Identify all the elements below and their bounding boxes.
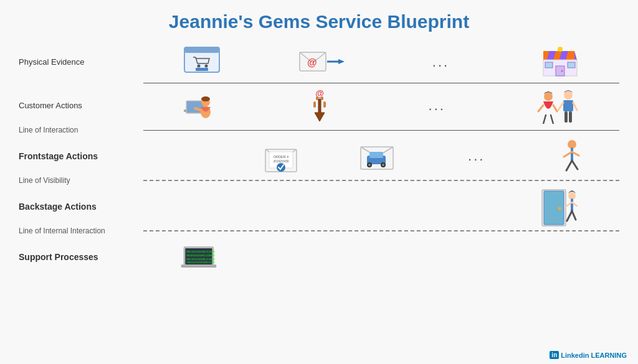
support-empty-3 [416, 240, 466, 274]
people-icon [530, 88, 586, 123]
frontstage-dots: ... [452, 139, 502, 173]
computer-binary-icon: 001101010100111000 001010101001110000 00… [178, 240, 228, 274]
svg-rect-21 [568, 62, 575, 68]
svg-rect-20 [545, 62, 553, 68]
svg-line-62 [572, 161, 578, 169]
support-processes-content: 001101010100111000 001010101001110000 00… [143, 238, 619, 275]
svg-rect-32 [313, 101, 316, 108]
svg-text:@: @ [307, 57, 317, 68]
svg-point-3 [197, 64, 200, 67]
svg-line-71 [572, 211, 576, 220]
backstage-actions-row: Backstage Actions [19, 185, 619, 226]
line-of-interaction-label: Line of Interaction [19, 126, 143, 134]
frontstage-walking-icon [547, 139, 597, 173]
order-envelope-icon: ORDER # 201920430 [261, 139, 311, 173]
backstage-actions-label: Backstage Actions [19, 202, 143, 212]
support-empty-4 [535, 240, 585, 274]
svg-rect-1 [184, 47, 219, 53]
line-of-internal-label: Line of Internal Interaction [19, 226, 143, 235]
frontstage-empty-slot [166, 139, 216, 173]
svg-rect-44 [569, 111, 572, 123]
svg-line-41 [558, 103, 563, 110]
support-processes-label: Support Processes [19, 252, 143, 262]
person-laptop-icon [177, 88, 227, 123]
svg-line-36 [553, 105, 557, 111]
linkedin-watermark: in Linkedin LEARNING [550, 351, 627, 359]
svg-text:001010101001110000: 001010101001110000 [186, 254, 215, 257]
blueprint-diagram: Physical Evidence [19, 41, 619, 276]
line-of-interaction-row: Line of Interaction [19, 126, 619, 134]
svg-point-19 [561, 70, 563, 72]
svg-point-57 [568, 140, 576, 149]
car-envelope-icon [356, 139, 406, 173]
svg-point-54 [368, 164, 371, 166]
svg-text:201920430: 201920430 [274, 159, 289, 163]
svg-rect-18 [556, 66, 564, 76]
svg-line-42 [573, 103, 577, 110]
svg-line-70 [567, 211, 572, 221]
frontstage-actions-label: Frontstage Actions [19, 151, 143, 161]
svg-line-37 [543, 115, 546, 124]
line-of-visibility-label: Line of Visibility [19, 176, 143, 185]
physical-evidence-content: @ ... [143, 44, 619, 80]
svg-rect-33 [323, 101, 326, 108]
customer-actions-label: Customer Actions [19, 101, 143, 110]
customer-dots: ... [412, 88, 462, 123]
svg-text:001101010100111000: 001101010100111000 [186, 257, 215, 260]
hand-click-icon: @ [295, 88, 345, 123]
svg-line-38 [551, 115, 553, 124]
svg-point-39 [564, 91, 573, 100]
svg-point-56 [382, 164, 384, 166]
door-person-icon [530, 189, 586, 223]
linkedin-text: Linkedin LEARNING [561, 352, 627, 359]
svg-rect-5 [196, 68, 208, 71]
frontstage-actions-row: Frontstage Actions ORDER # 201920430 [19, 135, 619, 175]
svg-rect-30 [316, 96, 318, 100]
svg-point-65 [558, 207, 561, 210]
customer-actions-row: Customer Actions [19, 85, 619, 125]
svg-point-16 [558, 47, 563, 52]
svg-rect-31 [321, 96, 323, 100]
website-cart-icon [178, 45, 228, 79]
support-processes-row: Support Processes 001101010100111000 001… [19, 236, 619, 276]
line-of-visibility-row: Line of Visibility [19, 176, 619, 185]
store-icon [535, 45, 585, 79]
email-arrow-icon: @ [297, 45, 347, 79]
backstage-actions-content [143, 188, 619, 225]
backstage-empty-1 [177, 189, 227, 223]
linkedin-logo: in [550, 351, 559, 359]
svg-marker-9 [338, 59, 345, 64]
line-of-internal-divider [143, 229, 619, 233]
svg-point-27 [201, 96, 210, 101]
svg-line-61 [566, 161, 572, 170]
svg-line-35 [538, 105, 543, 111]
physical-dots: ... [416, 45, 466, 79]
backstage-empty-2 [295, 189, 345, 223]
physical-evidence-row: Physical Evidence [19, 41, 619, 82]
svg-point-34 [544, 92, 553, 101]
svg-rect-52 [369, 152, 383, 158]
svg-text:ORDER #: ORDER # [274, 155, 289, 159]
customer-actions-content: @ ... [143, 87, 619, 124]
support-empty-2 [297, 240, 347, 274]
line-of-visibility-divider [143, 179, 619, 182]
svg-rect-40 [563, 100, 573, 111]
line-of-interaction-divider [143, 129, 619, 132]
svg-point-4 [204, 64, 207, 67]
frontstage-actions-content: ORDER # 201920430 [143, 138, 619, 174]
svg-text:100110101010011100: 100110101010011100 [186, 261, 215, 264]
backstage-empty-3 [412, 189, 462, 223]
page-title: Jeannie's Gems Service Blueprint [19, 11, 619, 32]
physical-evidence-label: Physical Evidence [19, 57, 143, 67]
blueprint-container: Jeannie's Gems Service Blueprint Physica… [0, 0, 638, 364]
svg-rect-43 [564, 111, 568, 123]
svg-text:001101010100111000: 001101010100111000 [186, 250, 215, 253]
